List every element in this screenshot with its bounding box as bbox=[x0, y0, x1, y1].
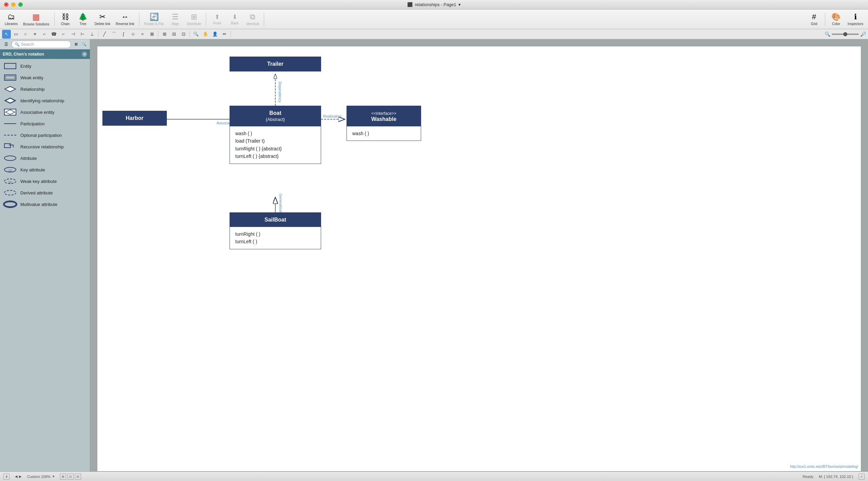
zoom-out-tool[interactable]: 🔍 bbox=[192, 30, 200, 39]
toolbar-separator-5 bbox=[825, 13, 825, 26]
participation-icon bbox=[3, 120, 17, 128]
line-tool1[interactable]: ╱ bbox=[100, 30, 109, 39]
sidebar-menu-button[interactable]: ☰ bbox=[2, 40, 10, 48]
libraries-button[interactable]: 🗂 Libraries bbox=[3, 11, 20, 28]
entity-boat[interactable]: Boat{Abstract} wash ( ) load (Trailer t)… bbox=[230, 106, 321, 164]
traffic-lights: ✕ − + bbox=[4, 2, 23, 7]
boat-method-4: turnLeft ( ) {abstract} bbox=[235, 152, 315, 160]
delete-link-button[interactable]: ✂ Delete link bbox=[93, 11, 113, 28]
zoom-bar: 🔍 🔎 bbox=[825, 32, 866, 37]
sidebar-item-key-attribute[interactable]: — Key attribute bbox=[0, 164, 90, 175]
minimize-button[interactable]: − bbox=[11, 2, 16, 7]
line-tool6[interactable]: ⊠ bbox=[147, 30, 156, 39]
panel-close-button[interactable]: ✕ bbox=[82, 51, 87, 57]
prev-page-button[interactable]: ◀ bbox=[15, 475, 18, 478]
statusbar-right: Ready M: [ 192.74, 102.10 ] ⤢ bbox=[803, 474, 865, 480]
line-tool2[interactable]: ⌒ bbox=[110, 30, 118, 39]
close-button[interactable]: ✕ bbox=[4, 2, 8, 7]
page-navigation: ◀ ▶ bbox=[15, 475, 22, 478]
tree-button[interactable]: 🌲 Tree bbox=[75, 11, 91, 28]
grid-button[interactable]: # Grid bbox=[806, 11, 822, 28]
entity-trailer[interactable]: Trailer bbox=[230, 57, 321, 71]
zoom-slider[interactable] bbox=[832, 34, 859, 35]
connect-tool1[interactable]: ⌐ bbox=[40, 30, 49, 39]
text-tool[interactable]: ≡ bbox=[31, 30, 39, 39]
app-icon: ⬛ bbox=[407, 2, 413, 7]
search-view-button[interactable]: 🔍 bbox=[80, 41, 88, 48]
pencil-tool[interactable]: ✏ bbox=[220, 30, 229, 39]
expand-button[interactable]: ⤢ bbox=[859, 474, 865, 480]
entity-washable-body: wash ( ) bbox=[347, 126, 421, 141]
select-tool[interactable]: ↖ bbox=[2, 30, 11, 39]
connect-tool2[interactable]: ☎ bbox=[50, 30, 58, 39]
sidebar-item-optional-participation[interactable]: Optional participation bbox=[0, 129, 90, 141]
key-attribute-icon: — bbox=[3, 166, 17, 174]
user-tool[interactable]: 👤 bbox=[211, 30, 219, 39]
attribute-icon bbox=[3, 154, 17, 162]
sidebar-item-relationship[interactable]: Relationship bbox=[0, 83, 90, 95]
sidebar-item-associative-entity[interactable]: Associative entity bbox=[0, 106, 90, 118]
sidebar-item-identifying-relationship[interactable]: Identifying relationship bbox=[0, 95, 90, 106]
rectangle-tool[interactable]: ▭ bbox=[12, 30, 20, 39]
entity-washable[interactable]: <<interface>> Washable wash ( ) bbox=[347, 106, 421, 141]
canvas[interactable]: Dependency * Association Realization Gen… bbox=[97, 46, 861, 472]
connect-tool6[interactable]: ⊥ bbox=[87, 30, 96, 39]
sidebar-item-multivalue-attribute[interactable]: Multivalue attribute bbox=[0, 198, 90, 210]
sidebar-item-entity[interactable]: Entity bbox=[0, 60, 90, 72]
browse-solutions-button[interactable]: ▦ Browse Solutions bbox=[21, 11, 51, 28]
multivalue-attribute-label: Multivalue attribute bbox=[20, 202, 57, 207]
line-tool5[interactable]: ≈ bbox=[138, 30, 147, 39]
watermark-link[interactable]: http://sce2.umkc.edu/BIT/burrise/pi/mode… bbox=[790, 465, 858, 468]
connect-tool5[interactable]: ⊢ bbox=[78, 30, 87, 39]
connect-tool3[interactable]: ⌐ bbox=[59, 30, 68, 39]
weak-entity-label: Weak entity bbox=[20, 75, 43, 80]
hand-tool[interactable]: ✋ bbox=[201, 30, 210, 39]
line-tool3[interactable]: ∫ bbox=[119, 30, 128, 39]
reverse-link-button[interactable]: ↔ Reverse link bbox=[114, 11, 136, 28]
inspectors-icon: ℹ bbox=[854, 13, 857, 21]
maximize-button[interactable]: + bbox=[18, 2, 23, 7]
transform-tool1[interactable]: ⊞ bbox=[160, 30, 169, 39]
entity-sailboat[interactable]: SailBoat turnRight ( ) turnLeft ( ) bbox=[230, 212, 321, 249]
entity-trailer-header: Trailer bbox=[230, 57, 321, 71]
sidebar-item-attribute[interactable]: Attribute bbox=[0, 152, 90, 164]
participation-label: Participation bbox=[20, 121, 45, 126]
view-control-2[interactable]: ⊡ bbox=[67, 474, 74, 480]
pause-button[interactable]: ⏸ bbox=[3, 474, 9, 480]
zoom-thumb[interactable] bbox=[843, 32, 847, 36]
sidebar-item-derived-attribute[interactable]: Derived attribute bbox=[0, 187, 90, 198]
entity-boat-header: Boat{Abstract} bbox=[230, 106, 321, 126]
sidebar-item-participation[interactable]: Participation bbox=[0, 118, 90, 129]
recursive-relationship-icon bbox=[3, 143, 17, 151]
connect-tool4[interactable]: ⊣ bbox=[68, 30, 77, 39]
color-button[interactable]: 🎨 Color bbox=[828, 11, 844, 28]
delete-link-icon: ✂ bbox=[99, 13, 105, 21]
transform-tool3[interactable]: ⊡ bbox=[179, 30, 188, 39]
derived-attribute-label: Derived attribute bbox=[20, 190, 53, 195]
zoom-out-icon[interactable]: 🔍 bbox=[825, 32, 830, 37]
identifying-relationship-label: Identifying relationship bbox=[20, 98, 64, 103]
ellipse-tool[interactable]: ○ bbox=[21, 30, 30, 39]
next-page-button[interactable]: ▶ bbox=[19, 475, 22, 478]
sidebar-view-buttons: ⊞ 🔍 bbox=[72, 41, 88, 48]
zoom-in-icon[interactable]: 🔎 bbox=[860, 32, 866, 37]
sidebar-item-weak-key-attribute[interactable]: — Weak key attribute bbox=[0, 175, 90, 187]
entity-icon bbox=[3, 62, 17, 70]
entity-harbor[interactable]: Harbor bbox=[102, 111, 167, 126]
sidebar-item-weak-entity[interactable]: Weak entity bbox=[0, 72, 90, 83]
chain-button[interactable]: ⛓ Chain bbox=[57, 11, 74, 28]
transform-tool2[interactable]: ⊟ bbox=[170, 30, 178, 39]
libraries-icon: 🗂 bbox=[7, 13, 15, 21]
sidebar-item-recursive-relationship[interactable]: Recursive relationship bbox=[0, 141, 90, 152]
tool-separator-4 bbox=[231, 31, 231, 38]
view-control-1[interactable]: ⊞ bbox=[60, 474, 66, 480]
line-tool4[interactable]: ⊹ bbox=[129, 30, 137, 39]
sidebar-topbar: ☰ 🔍 Search ⊞ 🔍 bbox=[0, 39, 90, 49]
grid-view-button[interactable]: ⊞ bbox=[72, 41, 80, 48]
toolbar-separator-2 bbox=[139, 13, 139, 26]
canvas-area[interactable]: Dependency * Association Realization Gen… bbox=[90, 39, 868, 472]
zoom-dropdown-icon[interactable]: ▾ bbox=[53, 474, 55, 479]
view-control-3[interactable]: ⊟ bbox=[75, 474, 81, 480]
identical-icon: ⧉ bbox=[250, 13, 255, 21]
inspectors-button[interactable]: ℹ Inspectors bbox=[846, 11, 865, 28]
